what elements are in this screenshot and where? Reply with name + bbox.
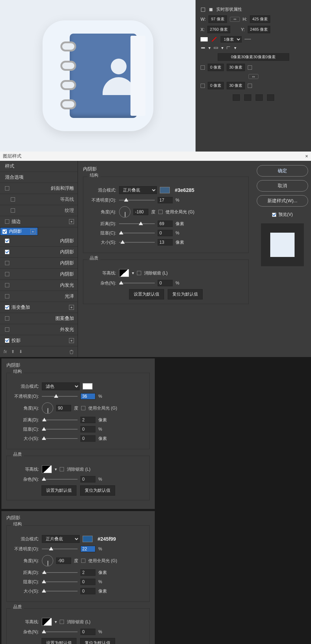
list-stroke[interactable]: 描边+ xyxy=(0,216,78,227)
cap-icon[interactable] xyxy=(213,45,218,50)
color-swatch[interactable] xyxy=(160,187,170,193)
add-dropshadow-button[interactable]: + xyxy=(69,338,74,343)
contour-picker[interactable] xyxy=(42,618,52,626)
noise-field[interactable]: 0 xyxy=(80,476,95,482)
list-inner-shadow-5[interactable]: 内阴影 xyxy=(0,269,78,280)
angle-field[interactable]: -180 xyxy=(133,209,148,215)
set-default-button[interactable]: 设置为默认值 xyxy=(41,638,76,644)
angle-dial[interactable] xyxy=(42,402,53,414)
link-wh-button[interactable]: ⇔ xyxy=(230,17,240,22)
list-styles[interactable]: 样式 xyxy=(0,161,78,172)
list-gradient-overlay[interactable]: 渐变叠加+ xyxy=(0,302,78,313)
choke-slider[interactable] xyxy=(42,427,78,431)
reset-default-button[interactable]: 复位为默认值 xyxy=(80,485,115,496)
pathop-unite-icon[interactable] xyxy=(233,94,240,101)
size-slider[interactable] xyxy=(42,589,78,593)
add-innershadow-button[interactable]: + xyxy=(30,229,35,234)
list-inner-glow[interactable]: 内发光 xyxy=(0,280,78,291)
close-icon[interactable]: × xyxy=(305,153,308,159)
choke-slider[interactable] xyxy=(119,231,155,235)
opacity-field[interactable]: 17 xyxy=(158,197,173,203)
preview-checkbox[interactable] xyxy=(272,213,276,217)
list-satin[interactable]: 光泽 xyxy=(0,291,78,302)
list-pattern-overlay[interactable]: 图案叠加 xyxy=(0,313,78,324)
list-inner-shadow-4[interactable]: 内阴影 xyxy=(0,258,78,269)
trash-icon[interactable] xyxy=(69,349,74,354)
angle-dial[interactable] xyxy=(42,555,53,566)
angle-field[interactable]: -90 xyxy=(56,558,71,564)
distance-slider[interactable] xyxy=(42,418,78,422)
corner-tr-check[interactable] xyxy=(248,65,252,70)
size-field[interactable]: 13 xyxy=(158,239,173,246)
antialias-checkbox[interactable] xyxy=(60,620,64,624)
blend-mode-select[interactable]: 正片叠底 xyxy=(119,186,157,194)
opacity-slider[interactable] xyxy=(42,394,78,398)
noise-slider[interactable] xyxy=(42,630,78,634)
distance-slider[interactable] xyxy=(119,222,155,226)
pathop-intersect-icon[interactable] xyxy=(256,94,263,101)
list-bevel[interactable]: 斜面和浮雕 xyxy=(0,183,78,194)
color-swatch[interactable] xyxy=(83,536,93,542)
pathop-exclude-icon[interactable] xyxy=(267,94,274,101)
color-swatch[interactable] xyxy=(83,383,93,390)
down-arrow-icon[interactable]: ⬇ xyxy=(19,349,23,354)
noise-slider[interactable] xyxy=(119,281,155,285)
angle-dial[interactable] xyxy=(119,206,130,218)
y-field[interactable]: 2485 像素 xyxy=(248,26,271,33)
choke-slider[interactable] xyxy=(42,580,78,584)
up-arrow-icon[interactable]: ⬆ xyxy=(11,349,15,354)
x-field[interactable]: 2760 像素 xyxy=(207,26,230,33)
link-corners-button[interactable]: ⇔ xyxy=(248,74,258,79)
fill-swatch[interactable] xyxy=(201,37,208,41)
choke-field[interactable]: 0 xyxy=(80,579,95,585)
noise-field[interactable]: 0 xyxy=(158,280,173,286)
corner-tl-check[interactable] xyxy=(201,65,205,70)
add-stroke-button[interactable]: + xyxy=(69,219,74,224)
add-gradoverlay-button[interactable]: + xyxy=(69,305,74,310)
list-outer-glow[interactable]: 外发光 xyxy=(0,324,78,335)
fx-icon[interactable]: fx xyxy=(4,349,7,354)
size-field[interactable]: 0 xyxy=(80,435,95,442)
size-slider[interactable] xyxy=(119,240,155,244)
size-field[interactable]: 0 xyxy=(80,588,95,594)
set-default-button[interactable]: 设置为默认值 xyxy=(129,289,164,299)
contour-picker[interactable] xyxy=(42,465,52,473)
opacity-field[interactable]: 22 xyxy=(80,546,95,552)
size-slider[interactable] xyxy=(42,436,78,441)
choke-field[interactable]: 0 xyxy=(80,426,95,432)
distance-field[interactable]: 69 xyxy=(158,221,173,227)
antialias-checkbox[interactable] xyxy=(60,467,64,471)
corner-bl-check[interactable] xyxy=(201,84,205,88)
corner-br-check[interactable] xyxy=(248,84,252,88)
h-field[interactable]: 425 像素 xyxy=(250,15,270,23)
choke-field[interactable]: 0 xyxy=(158,230,173,236)
distance-slider[interactable] xyxy=(42,570,78,575)
noise-field[interactable]: 0 xyxy=(80,629,95,635)
contour-picker[interactable] xyxy=(119,269,129,277)
list-blend-options[interactable]: 混合选项 xyxy=(0,172,78,183)
list-contour[interactable]: 等高线 xyxy=(0,194,78,205)
reset-default-button[interactable]: 复位为默认值 xyxy=(80,638,115,644)
opacity-field[interactable]: 36 xyxy=(80,393,95,400)
join-icon[interactable] xyxy=(226,45,231,50)
blend-mode-select[interactable]: 滤色 xyxy=(42,382,80,390)
align-stroke-icon[interactable] xyxy=(201,45,206,50)
noise-slider[interactable] xyxy=(42,477,78,481)
corner-tl-field[interactable]: 0 像素 xyxy=(208,64,224,71)
corner-bl-field[interactable]: 0 像素 xyxy=(208,82,224,89)
angle-field[interactable]: 90 xyxy=(56,405,71,411)
pathop-subtract-icon[interactable] xyxy=(244,94,251,101)
ok-button[interactable]: 确定 xyxy=(257,165,308,177)
w-field[interactable]: 97 像素 xyxy=(208,15,227,23)
global-light-checkbox[interactable] xyxy=(81,559,85,563)
new-style-button[interactable]: 新建样式(W)... xyxy=(257,195,308,207)
antialias-checkbox[interactable] xyxy=(137,271,141,275)
list-inner-shadow-1[interactable]: 内阴影+ xyxy=(0,227,38,236)
blend-mode-select[interactable]: 正片叠底 xyxy=(42,535,80,543)
stroke-width-select[interactable]: 1像素 xyxy=(221,36,242,43)
distance-field[interactable]: 2 xyxy=(80,569,95,576)
stroke-swatch[interactable] xyxy=(211,37,218,41)
global-light-checkbox[interactable] xyxy=(81,406,85,410)
reset-default-button[interactable]: 复位为默认值 xyxy=(168,289,203,299)
list-inner-shadow-2[interactable]: 内阴影 xyxy=(0,236,78,247)
